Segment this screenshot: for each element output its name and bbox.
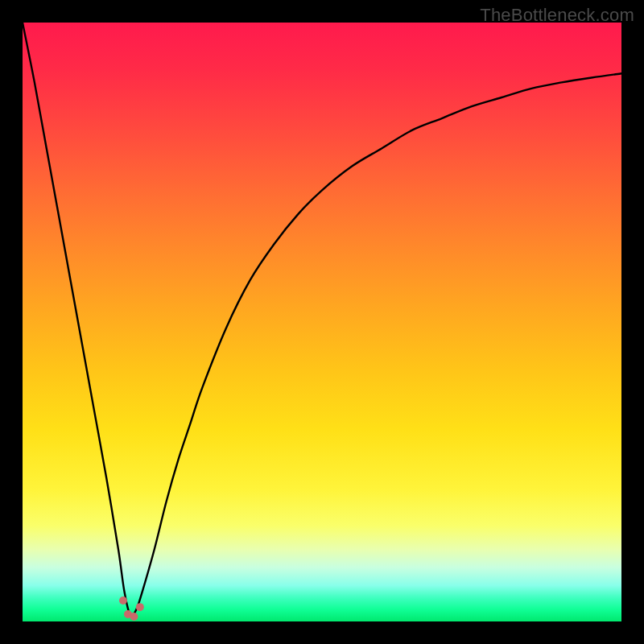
optimum-markers (123, 601, 140, 617)
curve-layer (23, 23, 621, 621)
bottleneck-curve (23, 23, 621, 617)
plot-area (23, 23, 621, 621)
chart-frame: TheBottleneck.com (0, 0, 644, 644)
watermark-text: TheBottleneck.com (480, 5, 634, 26)
